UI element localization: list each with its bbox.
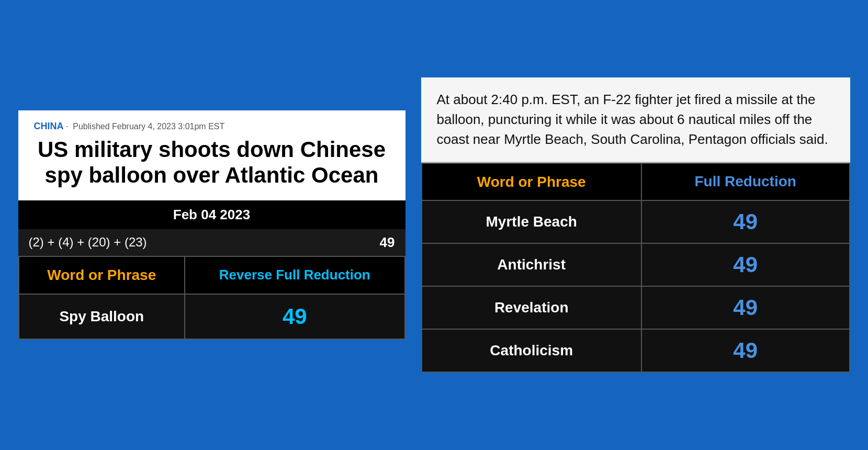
left-panel: CHINA · Published February 4, 2023 3:01p… — [18, 110, 405, 339]
china-tag: CHINA — [34, 121, 64, 131]
right-table-row: Catholicism 49 — [422, 329, 850, 372]
published-date: Published February 4, 2023 3:01pm EST — [73, 122, 224, 131]
left-table-row: Spy Balloon 49 — [19, 294, 405, 339]
equation-bar: (2) + (4) + (20) + (23) 49 — [18, 229, 405, 256]
news-headline: US military shoots down Chinese spy ball… — [34, 137, 390, 188]
article-excerpt: At about 2:40 p.m. EST, an F-22 fighter … — [421, 77, 850, 163]
gematria-table-right: Word or Phrase Full Reduction Myrtle Bea… — [421, 163, 850, 372]
right-word-cell: Antichrist — [422, 243, 641, 286]
right-table-row: Myrtle Beach 49 — [422, 200, 850, 243]
equation-text: (2) + (4) + (20) + (23) — [29, 235, 147, 250]
news-meta: CHINA · Published February 4, 2023 3:01p… — [34, 121, 225, 132]
right-value-cell: 49 — [641, 200, 850, 243]
right-col1-header: Word or Phrase — [422, 163, 641, 200]
left-col1-header: Word or Phrase — [19, 256, 185, 294]
left-value-cell: 49 — [185, 294, 404, 339]
right-col2-header: Full Reduction — [641, 163, 850, 200]
equation-result: 49 — [380, 234, 395, 251]
date-bar: Feb 04 2023 — [18, 200, 405, 229]
gematria-table-left: Word or Phrase Reverse Full Reduction Sp… — [18, 256, 405, 340]
right-word-cell: Revelation — [422, 286, 641, 329]
meta-separator: · — [66, 122, 68, 131]
right-table-row: Revelation 49 — [422, 286, 850, 329]
right-value-cell: 49 — [641, 243, 850, 286]
right-value-cell: 49 — [641, 329, 850, 372]
left-col2-header: Reverse Full Reduction — [185, 256, 404, 294]
right-word-cell: Catholicism — [422, 329, 641, 372]
right-panel: At about 2:40 p.m. EST, an F-22 fighter … — [421, 77, 850, 372]
right-value-cell: 49 — [641, 286, 850, 329]
news-card: CHINA · Published February 4, 2023 3:01p… — [18, 110, 405, 200]
left-word-cell: Spy Balloon — [19, 294, 185, 339]
right-word-cell: Myrtle Beach — [422, 200, 641, 243]
right-table-row: Antichrist 49 — [422, 243, 850, 286]
